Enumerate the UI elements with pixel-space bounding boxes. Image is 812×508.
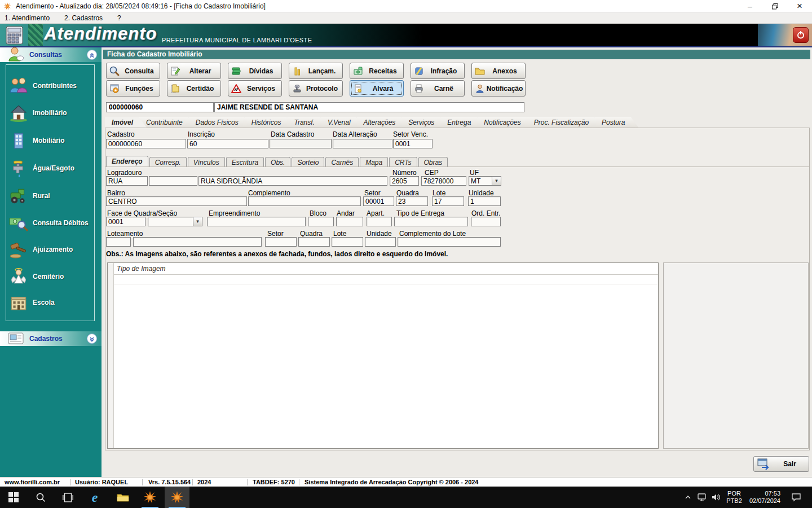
subtab-vinculos[interactable]: Vínculos	[188, 157, 225, 167]
volume-tray-button[interactable]	[708, 487, 724, 508]
loteamento-nome-input[interactable]	[133, 237, 262, 247]
sidebar-group-consultas[interactable]: Consultas	[0, 47, 102, 62]
toolbar-button-funcoes[interactable]: Funções	[106, 80, 160, 97]
quadra-input[interactable]: 23	[396, 196, 428, 206]
sidebar-item-consulta-debitos[interactable]: Consulta Débitos	[8, 211, 97, 235]
toolbar-button-certidao[interactable]: Certidão	[167, 80, 221, 97]
app-task-button-1[interactable]	[138, 487, 162, 508]
lote-input[interactable]: 17	[432, 196, 464, 206]
menu-atendimento[interactable]: 1. Atendimento	[5, 14, 50, 22]
logradouro-nome-input[interactable]: RUA SIDROLÂNDIA	[198, 176, 387, 186]
inscricao-input[interactable]: 60	[187, 139, 268, 148]
sidebar-item-agua-esgoto[interactable]: Água/Esgoto	[8, 156, 97, 181]
sidebar-item-contribuintes[interactable]: Contribuintes	[8, 73, 97, 98]
sidebar-item-cemiterio[interactable]: Cemitério	[8, 264, 97, 289]
setor-venc-input[interactable]: 0001	[393, 139, 433, 148]
app-task-button-2-active[interactable]	[165, 487, 189, 508]
menu-cadastros[interactable]: 2. Cadastros	[64, 14, 103, 22]
task-view-button[interactable]	[55, 487, 80, 508]
numero-input[interactable]: 2605	[390, 176, 419, 186]
collapse-consultas-button[interactable]	[87, 50, 97, 60]
subtab-mapa[interactable]: Mapa	[360, 157, 388, 167]
lot-unidade-input[interactable]	[365, 237, 396, 247]
subtab-carnes[interactable]: Carnês	[325, 157, 359, 167]
sidebar-item-ajuizamento[interactable]: Ajuizamento	[8, 237, 97, 262]
cep-input[interactable]: 78278000	[421, 176, 466, 186]
grid-column-header[interactable]: Tipo de Imagem	[114, 263, 658, 275]
subtab-escritura[interactable]: Escritura	[226, 157, 264, 167]
tab-historicos[interactable]: Históricos	[245, 117, 295, 128]
subtab-endereco[interactable]: Endereço	[106, 156, 148, 167]
file-explorer-button[interactable]	[111, 487, 135, 508]
loteamento-cod-input[interactable]	[106, 237, 131, 247]
toolbar-button-lancam[interactable]: Lançam.	[289, 63, 343, 79]
toolbar-button-alterar[interactable]: Alterar	[167, 63, 221, 79]
toolbar-button-consulta[interactable]: Consulta	[106, 63, 160, 79]
internet-explorer-button[interactable]: e	[82, 487, 107, 508]
lot-setor-input[interactable]	[265, 237, 297, 247]
toolbar-button-alvara[interactable]: Alvará	[350, 80, 404, 97]
record-name-field[interactable]: JAIME RESENDE DE SANTANA	[214, 102, 524, 112]
bloco-input[interactable]	[308, 217, 334, 226]
restore-button[interactable]	[762, 0, 787, 12]
language-indicator[interactable]: POR PTB2	[724, 487, 744, 508]
subtab-sorteio[interactable]: Sorteio	[292, 157, 324, 167]
tab-proc-fiscalizacao[interactable]: Proc. Fiscalização	[527, 117, 602, 128]
network-tray-button[interactable]	[695, 487, 709, 508]
image-grid[interactable]: Tipo de Imagem	[107, 262, 659, 449]
cadastro-input[interactable]: 000000060	[106, 139, 186, 148]
face-input[interactable]: 0001	[106, 217, 145, 226]
subtab-obs[interactable]: Obs.	[265, 157, 290, 167]
data-cadastro-input[interactable]	[270, 139, 332, 148]
toolbar-button-dividas[interactable]: Dívidas	[228, 63, 282, 79]
expand-cadastros-button[interactable]	[87, 334, 97, 344]
toolbar-button-protocolo[interactable]: Protocolo	[289, 80, 343, 97]
start-button[interactable]	[1, 487, 26, 508]
toolbar-button-anexos[interactable]: Anexos	[471, 63, 526, 79]
record-code-field[interactable]: 000000060	[106, 102, 214, 112]
subtab-crts[interactable]: CRTs	[389, 157, 417, 167]
power-button[interactable]	[793, 27, 809, 43]
ord-entr-input[interactable]	[471, 217, 501, 226]
close-button[interactable]: ×	[787, 0, 812, 12]
tab-notificacoes[interactable]: Notificações	[477, 117, 534, 128]
toolbar-button-notificacao[interactable]: Notificação	[471, 80, 526, 97]
sidebar-item-imobiliario[interactable]: Imobiliário	[8, 100, 97, 125]
logradouro-compl-input[interactable]	[149, 176, 197, 186]
andar-input[interactable]	[336, 217, 363, 226]
menu-help[interactable]: ?	[117, 14, 121, 22]
uf-dropdown-arrow[interactable]: ▾	[492, 177, 501, 185]
clock-indicator[interactable]: 07:53 02/07/2024	[744, 487, 782, 508]
face-dropdown-arrow[interactable]: ▾	[193, 217, 202, 226]
empreendimento-input[interactable]	[207, 217, 306, 226]
apart-input[interactable]	[367, 217, 392, 226]
sidebar-item-mobiliario[interactable]: Mobiliário	[8, 128, 97, 153]
tab-alteracoes[interactable]: Alterações	[357, 117, 409, 128]
taskbar-search-button[interactable]	[28, 487, 53, 508]
subtab-obras[interactable]: Obras	[418, 157, 448, 167]
action-center-button[interactable]	[785, 487, 807, 508]
setor-input[interactable]: 00001	[363, 196, 394, 206]
sidebar-item-escola[interactable]: Escola	[8, 290, 97, 315]
subtab-corresp[interactable]: Corresp.	[149, 157, 187, 167]
toolbar-button-carne[interactable]: Carnê	[411, 80, 465, 97]
tipo-entrega-input[interactable]	[394, 217, 468, 226]
sidebar-item-rural[interactable]: Rural	[8, 183, 97, 208]
bairro-input[interactable]: CENTRO	[106, 196, 247, 206]
complemento-input[interactable]	[248, 196, 361, 206]
unidade-input[interactable]: 1	[468, 196, 501, 206]
logradouro-tipo-input[interactable]: RUA	[106, 176, 148, 186]
compl-lote-input[interactable]	[398, 237, 501, 247]
tab-dados-fisicos[interactable]: Dados Físicos	[189, 117, 252, 128]
toolbar-button-receitas[interactable]: Receitas	[350, 63, 404, 79]
toolbar-button-infracao[interactable]: Infração	[411, 63, 465, 79]
minimize-button[interactable]: –	[738, 0, 762, 12]
lot-quadra-input[interactable]	[298, 237, 330, 247]
lot-lote-input[interactable]	[332, 237, 363, 247]
sair-button[interactable]: Sair	[753, 456, 809, 472]
toolbar-button-servicos[interactable]: Serviços	[228, 80, 282, 97]
uf-select[interactable]: MT ▾	[469, 176, 501, 186]
face-select[interactable]: ▾	[148, 217, 202, 226]
sidebar-group-cadastros[interactable]: Cadastros	[0, 331, 102, 346]
data-alteracao-input[interactable]	[333, 139, 392, 148]
